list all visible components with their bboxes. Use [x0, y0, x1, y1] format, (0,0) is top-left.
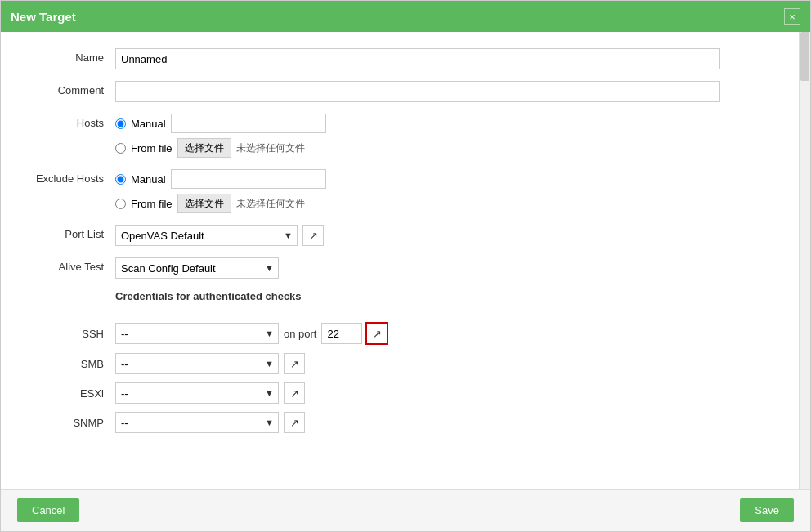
hosts-from-file-label: From file [131, 142, 173, 154]
snmp-external-icon: ↗ [290, 417, 299, 429]
esxi-link-button[interactable]: ↗ [284, 382, 305, 404]
snmp-link-button[interactable]: ↗ [284, 412, 305, 433]
exclude-manual-row: Manual [115, 169, 786, 189]
new-target-dialog: New Target × Name Comment Hosts [0, 0, 811, 532]
credentials-label-spacer [9, 290, 115, 293]
port-list-select-row: OpenVAS Default All IANA assigned TCP Al… [115, 225, 786, 246]
smb-label: SMB [9, 358, 115, 370]
smb-select[interactable]: -- [115, 353, 279, 374]
alive-test-label: Alive Test [9, 257, 115, 273]
name-control [115, 48, 786, 69]
esxi-row: ESXi -- ▼ ↗ [9, 382, 786, 404]
smb-select-wrapper: -- ▼ [115, 353, 279, 374]
dialog-title: New Target [11, 10, 76, 24]
credentials-title: Credentials for authenticated checks [115, 290, 302, 302]
hosts-file-row: From file 选择文件 未选择任何文件 [115, 138, 786, 158]
exclude-hosts-control: Manual From file 选择文件 未选择任何文件 [115, 169, 786, 213]
credentials-title-row: Credentials for authenticated checks [9, 290, 786, 311]
esxi-select-wrapper: -- ▼ [115, 382, 279, 404]
smb-external-icon: ↗ [290, 358, 299, 370]
exclude-manual-input[interactable] [171, 169, 326, 189]
ssh-label: SSH [9, 328, 115, 340]
exclude-hosts-row: Exclude Hosts Manual From file 选择文件 未选择任… [9, 169, 786, 213]
port-list-select[interactable]: OpenVAS Default All IANA assigned TCP Al… [115, 225, 298, 246]
scrollbar-track[interactable] [799, 32, 810, 489]
on-port-label: on port [284, 328, 316, 340]
port-list-label: Port List [9, 225, 115, 240]
close-icon: × [789, 11, 795, 23]
exclude-from-file-label: From file [131, 198, 173, 210]
comment-control [115, 81, 786, 102]
alive-test-select-row: Scan Config Default ICMP Ping TCP-ACK Se… [115, 257, 786, 279]
hosts-row: Hosts Manual From file 选择文件 未选择任何文件 [9, 114, 786, 158]
port-list-dropdown-wrapper: OpenVAS Default All IANA assigned TCP Al… [115, 225, 298, 246]
hosts-file-button[interactable]: 选择文件 [177, 138, 231, 158]
hosts-manual-label: Manual [131, 118, 166, 130]
dialog-header: New Target × [1, 1, 810, 32]
hosts-file-radio[interactable] [115, 143, 126, 154]
dialog-footer: Cancel Save [1, 489, 810, 531]
hosts-manual-radio[interactable] [115, 118, 126, 129]
hosts-control: Manual From file 选择文件 未选择任何文件 [115, 114, 786, 158]
exclude-manual-radio[interactable] [115, 174, 126, 185]
ssh-select-wrapper: -- ▼ [115, 323, 279, 344]
exclude-file-text: 未选择任何文件 [236, 197, 305, 211]
port-list-row: Port List OpenVAS Default All IANA assig… [9, 225, 786, 246]
comment-row: Comment [9, 81, 786, 102]
alive-test-select[interactable]: Scan Config Default ICMP Ping TCP-ACK Se… [115, 257, 279, 279]
hosts-file-text: 未选择任何文件 [236, 141, 305, 155]
snmp-select-wrapper: -- ▼ [115, 412, 279, 433]
alive-test-control: Scan Config Default ICMP Ping TCP-ACK Se… [115, 257, 786, 279]
alive-test-dropdown-wrapper: Scan Config Default ICMP Ping TCP-ACK Se… [115, 257, 279, 279]
exclude-file-row: From file 选择文件 未选择任何文件 [115, 194, 786, 213]
save-button[interactable]: Save [740, 498, 794, 522]
scrollbar-thumb[interactable] [800, 32, 809, 81]
name-label: Name [9, 48, 115, 64]
esxi-label: ESXi [9, 387, 115, 400]
alive-test-row: Alive Test Scan Config Default ICMP Ping… [9, 257, 786, 279]
cancel-button[interactable]: Cancel [17, 498, 79, 522]
port-list-link-button[interactable]: ↗ [302, 225, 324, 246]
ssh-link-button[interactable]: ↗ [365, 322, 388, 345]
ssh-select[interactable]: -- [115, 323, 279, 344]
comment-input[interactable] [115, 81, 720, 102]
name-input[interactable] [115, 48, 720, 69]
port-list-external-icon: ↗ [309, 230, 318, 242]
close-button[interactable]: × [784, 8, 800, 25]
port-list-control: OpenVAS Default All IANA assigned TCP Al… [115, 225, 786, 246]
exclude-file-button[interactable]: 选择文件 [177, 194, 231, 213]
ssh-port-input[interactable] [321, 323, 362, 344]
hosts-label: Hosts [9, 114, 115, 129]
name-row: Name [9, 48, 786, 69]
exclude-hosts-label: Exclude Hosts [9, 169, 115, 185]
snmp-select[interactable]: -- [115, 412, 279, 433]
credentials-section: Credentials for authenticated checks SSH… [9, 290, 786, 433]
ssh-row: SSH -- ▼ on port ↗ [9, 322, 786, 345]
ssh-external-icon: ↗ [373, 328, 382, 340]
hosts-manual-row: Manual [115, 114, 786, 133]
exclude-manual-label: Manual [131, 173, 166, 186]
snmp-label: SNMP [9, 417, 115, 429]
esxi-external-icon: ↗ [290, 387, 299, 400]
smb-link-button[interactable]: ↗ [284, 353, 305, 374]
smb-row: SMB -- ▼ ↗ [9, 353, 786, 374]
dialog-body: Name Comment Hosts Manual [1, 32, 810, 489]
exclude-file-radio[interactable] [115, 199, 126, 209]
comment-label: Comment [9, 81, 115, 96]
hosts-manual-input[interactable] [171, 114, 326, 133]
snmp-row: SNMP -- ▼ ↗ [9, 412, 786, 433]
esxi-select[interactable]: -- [115, 382, 279, 404]
